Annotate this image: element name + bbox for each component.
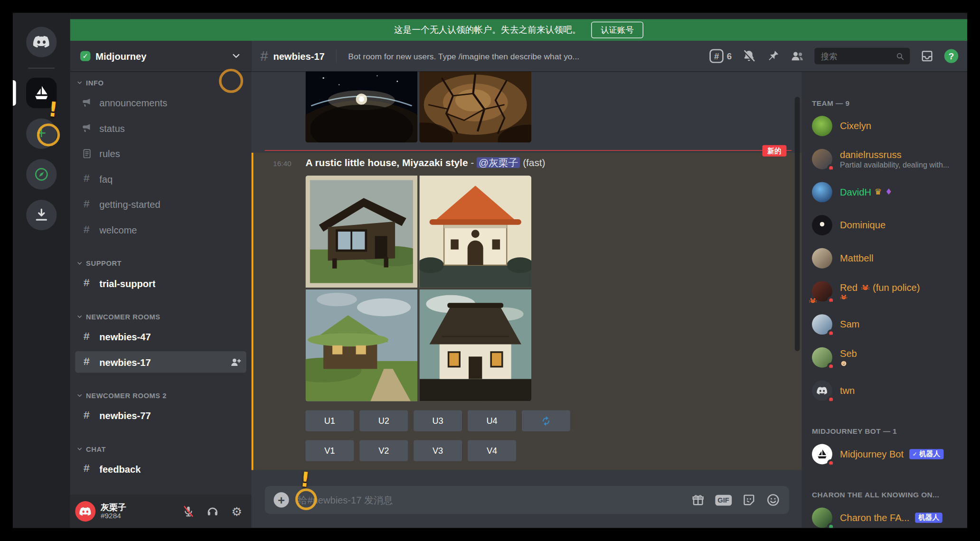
sailboat-icon xyxy=(33,84,50,101)
channel-trial-support[interactable]: # trial-support xyxy=(75,272,246,294)
channel-topic[interactable]: Bot room for new users. Type /imagine th… xyxy=(348,51,579,61)
gem-icon: ♦ xyxy=(885,187,893,197)
generated-image-4[interactable] xyxy=(419,289,531,401)
home-button[interactable] xyxy=(26,27,57,57)
member-red[interactable]: Red (fun police) xyxy=(807,277,962,305)
sticker-button[interactable] xyxy=(742,493,756,507)
message-scroll-area: 新的 16:40 A rustic little house, Miyazaki… xyxy=(252,71,802,486)
inbox-button[interactable] xyxy=(920,49,934,63)
gift-button[interactable] xyxy=(691,493,705,507)
server-header[interactable]: ✓ Midjourney xyxy=(70,41,252,71)
message-timestamp: 16:40 xyxy=(254,160,306,168)
search-input[interactable] xyxy=(820,51,893,62)
variation-4-button[interactable]: V4 xyxy=(468,440,516,461)
member-davidh[interactable]: DavidH ♛ ♦ xyxy=(807,178,962,206)
deafen-button[interactable] xyxy=(203,502,222,521)
section-chat[interactable]: CHAT xyxy=(70,440,252,458)
channel-faq[interactable]: # faq xyxy=(75,168,246,190)
channel-newbies-47[interactable]: # newbies-47 xyxy=(75,326,246,347)
user-mention[interactable]: @灰栗子 xyxy=(477,157,520,168)
upscale-4-button[interactable]: U4 xyxy=(468,410,516,431)
refresh-icon xyxy=(540,415,552,427)
hash-icon: # xyxy=(80,462,93,475)
generated-image-earth-horizon[interactable] xyxy=(305,71,417,142)
avatar xyxy=(812,182,832,202)
upscale-2-button[interactable]: U2 xyxy=(359,410,408,431)
member-list-toggle-button[interactable] xyxy=(790,49,804,63)
channel-newbies-77[interactable]: # newbies-77 xyxy=(75,404,246,426)
generated-image-1[interactable] xyxy=(305,176,417,288)
dnd-status-icon xyxy=(827,164,835,172)
member-midjourney-bot[interactable]: Midjourney Bot ✓机器人 xyxy=(807,440,962,468)
add-server-button[interactable]: + xyxy=(26,118,57,149)
member-mattbell[interactable]: Mattbell xyxy=(807,244,962,272)
input-toolbar: GIF xyxy=(691,493,780,507)
threads-button[interactable]: # 6 xyxy=(710,49,732,63)
section-support[interactable]: SUPPORT xyxy=(70,254,252,272)
channel-announcements[interactable]: announcements xyxy=(75,92,246,113)
download-apps-button[interactable] xyxy=(26,200,57,230)
member-dominique[interactable]: Dominique xyxy=(807,211,962,239)
variation-1-button[interactable]: V1 xyxy=(305,440,354,461)
user-identity[interactable]: 灰栗子 #9284 xyxy=(101,502,174,521)
member-twn[interactable]: twn xyxy=(807,376,962,404)
speed-mode: (fast) xyxy=(523,157,545,168)
custom-status: Partial availability, dealing with... xyxy=(840,160,957,169)
crab-icon xyxy=(861,283,870,292)
gear-icon: ⚙ xyxy=(231,505,242,517)
upscale-3-button[interactable]: U3 xyxy=(414,410,462,431)
message-input[interactable] xyxy=(297,494,683,506)
generated-image-3[interactable] xyxy=(305,289,417,401)
generated-image-2[interactable] xyxy=(419,176,531,288)
avatar xyxy=(812,281,832,301)
pinned-messages-button[interactable] xyxy=(766,49,780,63)
member-sam[interactable]: Sam xyxy=(807,310,962,338)
chevron-down-icon xyxy=(76,260,83,266)
emoji-button[interactable] xyxy=(766,493,780,507)
member-danielrussruss[interactable]: danielrussruss Partial availability, dea… xyxy=(807,145,962,173)
section-newcomer-rooms[interactable]: NEWCOMER ROOMS xyxy=(70,308,252,326)
user-panel: 灰栗子 #9284 ⚙ xyxy=(70,495,252,528)
reroll-button[interactable] xyxy=(522,410,570,431)
download-icon xyxy=(34,207,49,223)
generated-image-cracked-earth[interactable] xyxy=(419,71,531,142)
variation-2-button[interactable]: V2 xyxy=(359,440,408,461)
section-info[interactable]: INFO xyxy=(70,74,252,92)
avatar xyxy=(812,116,832,136)
upscale-1-button[interactable]: U1 xyxy=(305,410,354,431)
bot-badge: 机器人 xyxy=(915,513,942,523)
channel-status[interactable]: status xyxy=(75,117,246,139)
attach-file-button[interactable]: + xyxy=(273,492,289,507)
channel-newbies-17[interactable]: # newbies-17 xyxy=(75,351,246,373)
user-avatar[interactable] xyxy=(75,501,95,522)
gift-icon xyxy=(691,493,705,507)
variation-3-button[interactable]: V3 xyxy=(414,440,462,461)
help-button[interactable]: ? xyxy=(944,49,958,63)
channel-label: rules xyxy=(99,148,120,159)
chat-scrollbar[interactable] xyxy=(795,97,800,351)
member-cixelyn[interactable]: Cixelyn xyxy=(807,112,962,140)
create-invite-icon[interactable] xyxy=(230,356,241,367)
channel-welcome[interactable]: # welcome xyxy=(75,219,246,241)
member-charon[interactable]: Charon the FA... 机器人 xyxy=(807,504,962,528)
section-newcomer-rooms-2[interactable]: NEWCOMER ROOMS 2 xyxy=(70,387,252,405)
channel-label: trial-support xyxy=(99,278,155,289)
gif-picker-button[interactable]: GIF xyxy=(715,494,732,505)
mic-muted-icon xyxy=(182,505,195,518)
channel-getting-started[interactable]: # getting-started xyxy=(75,194,246,215)
settings-button[interactable]: ⚙ xyxy=(227,502,246,521)
message-content: A rustic little house, Miyazaki style - … xyxy=(305,157,545,170)
member-seb[interactable]: Seb xyxy=(807,344,962,372)
claim-account-button[interactable]: 认证账号 xyxy=(591,22,643,38)
member-group-charon: CHARON THE ALL KNOWING ON... xyxy=(802,473,967,504)
channel-rules[interactable]: rules xyxy=(75,142,246,164)
server-icon-midjourney[interactable] xyxy=(26,78,57,108)
mute-button[interactable] xyxy=(179,502,198,521)
notification-settings-button[interactable] xyxy=(742,49,756,63)
channel-feedback[interactable]: # feedback xyxy=(75,458,246,480)
members-icon xyxy=(790,49,804,63)
explore-servers-button[interactable] xyxy=(26,159,57,189)
hash-icon: # xyxy=(80,355,93,368)
avatar xyxy=(812,347,832,368)
channel-label: status xyxy=(99,122,125,133)
